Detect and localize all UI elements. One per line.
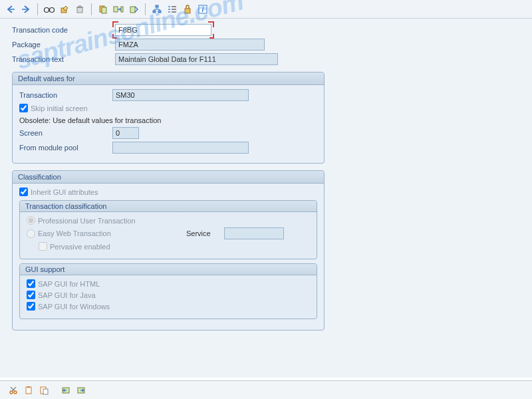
svg-rect-12 [168,6,170,7]
transaction-classification-title: Transaction classification [20,201,317,212]
svg-rect-10 [153,11,156,13]
obsolete-text: Obsolete: Use default values for transac… [19,116,161,124]
gui-support-title: GUI support [20,264,317,275]
list-icon[interactable] [166,3,179,16]
paste-icon[interactable] [37,384,51,397]
inherit-gui-label: Inherit GUI attributes [31,188,98,196]
classification-title: Classification [13,171,324,184]
delete-icon[interactable] [73,3,86,16]
bottom-toolbar [0,380,532,399]
svg-rect-9 [156,5,158,7]
copy-icon[interactable] [96,3,110,16]
package-label: Package [12,41,115,49]
back-icon[interactable] [4,3,17,16]
from-module-pool-input[interactable] [112,142,249,154]
skip-initial-checkbox[interactable] [19,104,28,112]
screen-label: Screen [19,129,112,137]
main-toolbar: i [0,0,532,19]
professional-label: Professional User Transaction [38,217,136,225]
svg-text:i: i [202,6,204,13]
gui-windows-label: SAP GUI for Windows [38,303,110,311]
content-area: Transaction code Package Transaction tex… [0,19,532,378]
inherit-gui-checkbox[interactable] [19,188,28,196]
svg-rect-13 [168,9,170,10]
from-module-pool-label: From module pool [19,144,112,152]
svg-rect-23 [43,389,48,394]
default-values-group: Default values for Transaction Skip init… [12,72,325,164]
skip-initial-label: Skip initial screen [31,104,88,112]
transaction-code-label: Transaction code [12,26,115,34]
svg-rect-7 [121,7,123,12]
svg-rect-11 [158,11,161,13]
gui-windows-checkbox[interactable] [27,302,35,311]
rename-icon[interactable] [112,3,125,16]
svg-point-19 [14,391,17,394]
svg-point-0 [45,7,49,12]
gui-support-group: GUI support SAP GUI for HTML SAP GUI for… [19,263,317,319]
pervasive-label: Pervasive enabled [50,243,110,251]
package-input[interactable] [115,39,265,51]
default-transaction-label: Transaction [19,91,112,99]
service-label: Service [186,229,211,237]
cut-icon[interactable] [7,384,20,397]
svg-rect-3 [77,7,82,13]
service-input [224,227,284,239]
svg-rect-15 [185,9,190,13]
transaction-code-input[interactable] [115,24,211,36]
default-values-title: Default values for [13,72,324,85]
svg-point-18 [10,391,13,394]
svg-rect-6 [114,7,118,12]
undo-icon[interactable] [60,384,73,397]
professional-radio [27,216,35,225]
gui-java-checkbox[interactable] [27,291,35,299]
redo-icon[interactable] [75,384,88,397]
gui-html-checkbox[interactable] [27,279,35,288]
reassign-icon[interactable] [127,3,140,16]
info-icon[interactable]: i [196,3,209,16]
gui-html-label: SAP GUI for HTML [38,280,100,288]
display-change-icon[interactable] [58,3,71,16]
transaction-text-input[interactable] [115,53,278,65]
forward-icon[interactable] [19,3,33,16]
svg-rect-20 [26,387,31,394]
transaction-classification-group: Transaction classification Professional … [19,200,317,259]
default-transaction-input[interactable] [112,89,249,101]
classification-group: Classification Inherit GUI attributes Tr… [12,170,325,331]
screen-input[interactable] [112,127,139,139]
transaction-text-label: Transaction text [12,55,115,63]
svg-rect-5 [102,7,106,13]
pervasive-checkbox [39,242,47,251]
copy-clipboard-icon[interactable] [22,384,35,397]
easy-web-radio [27,229,35,238]
lock-icon[interactable] [181,3,194,16]
svg-rect-14 [168,11,170,13]
svg-rect-21 [27,386,30,388]
hierarchy-icon[interactable] [150,3,164,16]
easy-web-label: Easy Web Transaction [38,229,111,237]
svg-point-1 [50,7,55,12]
glasses-icon[interactable] [43,3,56,16]
svg-rect-8 [130,7,135,13]
gui-java-label: SAP GUI for Java [38,291,96,299]
